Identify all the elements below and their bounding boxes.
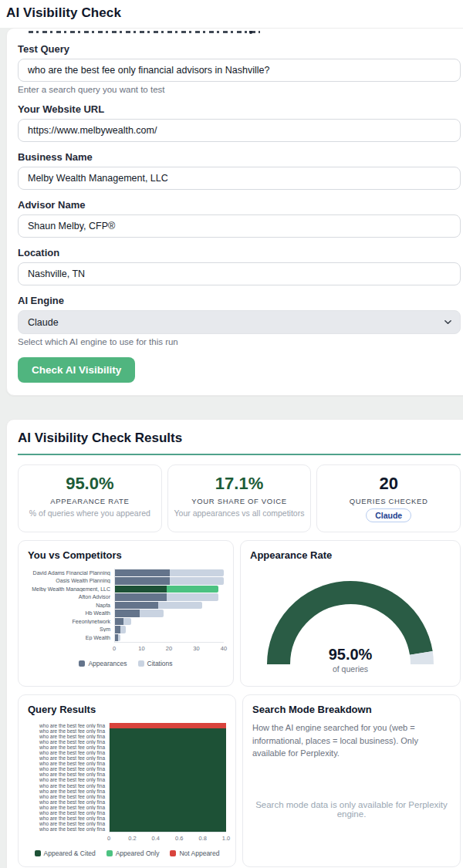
bar-track [109,750,226,755]
bar-track [109,789,226,794]
query-bar-segment [110,810,226,816]
x-axis-line [109,832,226,833]
query-bar-segment [110,766,226,772]
chart-row: who are the best fee only fina [28,794,226,799]
chart-row: who are the best fee only fina [28,805,226,810]
stat-queries-checked-label: QUERIES CHECKED [322,497,455,505]
chart-row: who are the best fee only fina [28,766,226,772]
business-name-label: Business Name [18,151,461,163]
ai-engine-label: AI Engine [18,295,461,306]
field-website-url: Your Website URL [18,103,461,142]
bar-track [109,745,226,750]
x-axis-tick-label: 20 [166,645,172,652]
query-bar-segment [110,755,226,761]
ai-engine-selected-value: Claude [28,317,59,328]
bar-stack [114,626,224,634]
legend-item: Appearances [79,660,127,667]
you-vs-competitors-title: You vs Competitors [28,549,224,561]
charts-row-1: You vs Competitors David Adams Financial… [18,540,461,687]
chart-row: who are the best fee only fina [28,734,226,739]
check-ai-visibility-button[interactable]: Check AI Visibility [18,357,135,383]
chart-row: who are the best fee only fina [28,772,226,777]
query-label: who are the best fee only fina [28,816,109,821]
query-bar-segment [110,794,226,799]
category-label: Feeonlynetwork [28,619,114,624]
bar-track [109,739,226,745]
query-bar-segment [110,723,226,728]
field-business-name: Business Name [18,151,461,190]
query-bar-segment [110,734,226,739]
citations-bar-segment [167,586,218,593]
location-input[interactable] [18,262,461,285]
query-bar-segment [110,728,226,734]
chart-row: who are the best fee only fina [28,755,226,761]
query-label: who are the best fee only fina [28,728,109,734]
legend-swatch [170,850,176,856]
x-axis-ticks: 010203040 [114,644,224,654]
appearances-bar-segment [115,634,118,642]
bar-track [109,816,226,821]
x-axis-tick-label: 10 [138,645,144,652]
legend-item: Not Appeared [170,849,219,857]
chart-row: Afton Advisor [28,593,224,602]
bar-stack [114,577,224,586]
stats-row: 95.0% APPEARANCE RATE % of queries where… [18,464,461,532]
legend-label: Appeared & Cited [44,849,96,857]
citations-bar-segment [118,634,121,642]
appearances-bar-segment [115,602,158,610]
query-bar-segment [110,772,226,777]
bar-track [109,821,226,826]
location-label: Location [18,247,461,258]
bar-stack [114,569,224,577]
chart-row: who are the best fee only fina [28,739,226,745]
legend-item: Citations [138,660,173,667]
chart-row: Melby Wealth Management, LLC [28,585,224,593]
business-name-input[interactable] [18,167,461,190]
chart-row: who are the best fee only fina [28,728,226,734]
search-mode-description: How the AI engine searched for you (web … [252,721,451,760]
chart-row: David Adams Financial Planning [28,569,224,577]
appearances-bar-segment [115,577,170,585]
bar-stack [114,610,224,618]
ai-engine-select[interactable]: Claude [18,310,461,334]
query-bar-segment [110,789,226,794]
category-label: Afton Advisor [28,594,114,599]
query-label: who are the best fee only fina [28,734,109,739]
advisor-name-input[interactable] [18,214,461,238]
query-bar-segment [110,799,226,805]
query-bar-segment [110,805,226,810]
query-label: who are the best fee only fina [28,745,109,750]
test-query-input[interactable] [18,59,461,82]
appearances-bar-segment [115,586,167,593]
stat-appearance-rate-value: 95.0% [23,474,157,494]
clipped-heading-fragment [29,31,260,33]
chart-row: Oasis Wealth Planning [28,577,224,586]
query-bar-segment [110,777,226,782]
legend-swatch [106,850,113,856]
stat-appearance-rate: 95.0% APPEARANCE RATE % of queries where… [18,464,162,532]
query-label: who are the best fee only fina [28,789,109,794]
bar-track [109,766,226,772]
results-title: AI Visibility Check Results [18,431,461,455]
appearance-rate-card: Appearance Rate 95.0% of queries [240,540,461,687]
chevron-down-icon [444,318,452,329]
query-bar-segment [110,826,226,832]
category-label: Hb Wealth [28,610,114,616]
query-label: who are the best fee only fina [28,772,109,777]
query-label: who are the best fee only fina [28,783,109,789]
bar-stack [114,585,224,593]
page-title: AI Visibility Check [6,5,457,21]
query-bar-segment [110,761,226,766]
stat-share-of-voice-value: 17.1% [173,474,306,494]
chart-row: who are the best fee only fina [28,789,226,794]
you-vs-competitors-chart: David Adams Financial PlanningOasis Weal… [28,569,224,642]
query-bar-segment [110,739,226,745]
website-url-label: Your Website URL [18,103,461,115]
chart-row: who are the best fee only fina [28,777,226,782]
appearances-bar-segment [115,618,123,626]
field-location: Location [18,247,461,285]
search-mode-title: Search Mode Breakdown [252,704,451,715]
chart-row: who are the best fee only fina [28,821,226,826]
website-url-input[interactable] [18,119,461,142]
chart-row: Feeonlynetwork [28,617,224,626]
